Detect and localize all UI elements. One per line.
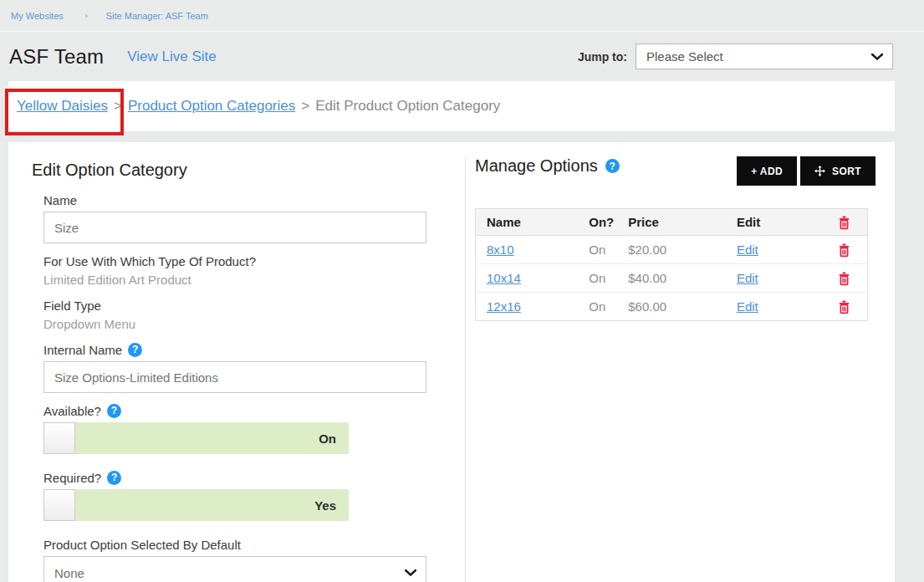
my-websites-link[interactable]: My Websites — [11, 11, 64, 21]
field-type-value: Dropdown Menu — [43, 317, 426, 331]
product-type-value: Limited Edition Art Product — [43, 273, 426, 287]
product-type-label: For Use With Which Type Of Product? — [43, 254, 426, 268]
option-price: $60.00 — [617, 293, 726, 321]
option-edit-link[interactable]: Edit — [737, 271, 758, 285]
edit-panel-title: Edit Option Category — [32, 161, 435, 180]
default-option-value: None — [54, 566, 84, 580]
edit-option-form: Name For Use With Which Type Of Product?… — [43, 193, 426, 582]
options-table-header-row: Name On? Price Edit — [476, 209, 868, 236]
option-row: 10x14 On $40.00 Edit — [476, 264, 868, 293]
topbar-separator: › — [85, 12, 88, 20]
option-on-status: On — [578, 293, 617, 321]
option-row: 8x10 On $20.00 Edit — [476, 236, 868, 264]
option-edit-link[interactable]: Edit — [737, 242, 758, 257]
internal-name-label: Internal Name ? — [43, 343, 426, 357]
name-input[interactable] — [43, 212, 426, 243]
option-price: $20.00 — [617, 236, 726, 264]
help-icon[interactable]: ? — [107, 471, 121, 485]
delete-all-trash-icon[interactable] — [838, 216, 850, 230]
toggle-handle — [43, 422, 75, 454]
option-name-link[interactable]: 10x14 — [487, 271, 521, 285]
required-label: Required? ? — [43, 471, 426, 485]
breadcrumb-product-option-categories[interactable]: Product Option Categories — [128, 98, 295, 115]
option-row: 12x16 On $60.00 Edit — [476, 293, 868, 321]
option-name-link[interactable]: 8x10 — [487, 242, 514, 257]
option-edit-link[interactable]: Edit — [737, 299, 758, 314]
help-icon[interactable]: ? — [107, 404, 121, 418]
top-bar: My Websites › Site Manager: ASF Team — [0, 0, 924, 32]
default-option-label: Product Option Selected By Default — [43, 538, 426, 552]
toggle-handle — [43, 489, 75, 521]
name-label: Name — [43, 193, 426, 207]
help-icon[interactable]: ? — [605, 159, 620, 173]
manage-options-panel: Manage Options ? + ADD SORT — [475, 156, 876, 321]
jump-to-select[interactable]: Please Select — [636, 43, 893, 69]
page-title: ASF Team — [9, 45, 104, 69]
options-table: Name On? Price Edit — [475, 208, 868, 321]
available-label: Available? ? — [43, 404, 426, 418]
breadcrumb-current: Edit Product Option Category — [315, 98, 500, 115]
delete-option-trash-icon[interactable] — [838, 243, 850, 258]
jump-to-value: Please Select — [646, 49, 723, 64]
required-toggle[interactable]: Yes — [43, 489, 349, 521]
delete-option-trash-icon[interactable] — [838, 272, 850, 286]
toggle-track: Yes — [75, 489, 349, 521]
content-card: Edit Option Category Name For Use With W… — [8, 142, 895, 582]
jump-to-group: Jump to: Please Select — [578, 43, 893, 69]
page-header: ASF Team View Live Site Jump to: Please … — [0, 32, 924, 81]
breadcrumb: Yellow Daisies > Product Option Categori… — [8, 81, 895, 131]
add-button[interactable]: + ADD — [737, 156, 797, 186]
breadcrumb-yellow-daisies[interactable]: Yellow Daisies — [17, 98, 108, 115]
option-on-status: On — [578, 264, 617, 293]
chevron-down-icon — [871, 54, 883, 60]
option-name-link[interactable]: 12x16 — [487, 299, 521, 314]
internal-name-input[interactable] — [43, 361, 426, 393]
jump-to-label: Jump to: — [578, 50, 627, 64]
available-toggle-state: On — [319, 431, 336, 446]
sort-button[interactable]: SORT — [800, 156, 876, 186]
available-toggle[interactable]: On — [43, 422, 349, 454]
required-toggle-state: Yes — [314, 498, 336, 513]
site-manager-page: My Websites › Site Manager: ASF Team ASF… — [0, 0, 924, 582]
chevron-down-icon — [405, 569, 416, 576]
edit-option-category-panel: Edit Option Category Name For Use With W… — [32, 161, 435, 582]
option-on-status: On — [578, 236, 617, 264]
delete-option-trash-icon[interactable] — [838, 300, 850, 314]
col-header-on: On? — [578, 209, 617, 236]
default-option-select[interactable]: None — [43, 556, 426, 582]
move-arrows-icon — [814, 166, 825, 176]
view-live-site-link[interactable]: View Live Site — [127, 48, 216, 65]
field-type-label: Field Type — [43, 299, 426, 313]
panel-divider — [465, 157, 466, 582]
help-icon[interactable]: ? — [128, 343, 142, 357]
col-header-price: Price — [617, 209, 726, 236]
manage-options-title: Manage Options — [475, 156, 598, 176]
breadcrumb-separator: > — [301, 98, 309, 115]
breadcrumb-separator: > — [114, 98, 122, 115]
col-header-edit: Edit — [726, 209, 822, 236]
site-manager-link[interactable]: Site Manager: ASF Team — [106, 11, 208, 21]
option-price: $40.00 — [617, 264, 726, 293]
toggle-track: On — [75, 422, 349, 454]
col-header-name: Name — [476, 209, 579, 236]
manage-options-actions: + ADD SORT — [737, 156, 876, 186]
